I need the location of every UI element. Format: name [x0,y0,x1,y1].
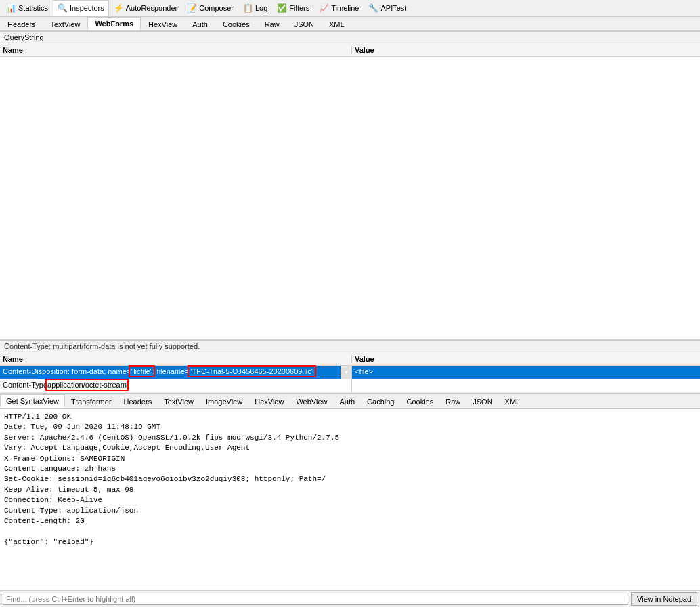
nav-inspectors-label: Inspectors [70,4,104,12]
nav-autoresponder[interactable]: ⚡ AutoResponder [109,0,182,16]
resp-tab-imageview[interactable]: ImageView [200,394,248,408]
nav-composer[interactable]: 📝 Composer [182,0,238,16]
tab-headers[interactable]: Headers [0,17,43,30]
form-row-1-name-mid: ; filename= [153,367,190,375]
tab-raw[interactable]: Raw [257,17,287,30]
form-row-1-name-highlight2: "TFC-Trial-5-OJ456465-20200609.lic" [190,367,314,375]
tab-hexview[interactable]: HexView [141,17,185,30]
resp-tab-cookies[interactable]: Cookies [400,394,439,408]
nav-statistics[interactable]: 📊 Statistics [1,0,53,16]
nav-log-label: Log [255,4,267,12]
resp-tab-hexview[interactable]: HexView [248,394,290,408]
tab-textview[interactable]: TextView [43,17,88,30]
nav-timeline-label: Timeline [331,4,359,12]
form-row-1-name-prefix: Content-Disposition: form-data; name= [3,367,131,375]
response-section: Get SyntaxView Transformer Headers TextV… [0,393,700,599]
form-row-2-value [352,379,700,392]
nav-composer-label: Composer [199,4,234,12]
response-tabs: Get SyntaxView Transformer Headers TextV… [0,394,700,409]
tab-xml[interactable]: XML [322,17,352,30]
form-row-2-name-prefix: Content-Type [3,381,47,389]
tab-webforms[interactable]: WebForms [87,17,141,30]
resp-tab-transformer[interactable]: Transformer [65,394,118,408]
autoresponder-icon: ⚡ [114,3,124,13]
fd-value-header: Value [352,355,700,363]
filters-icon: ✅ [277,3,287,13]
form-row-2-name: Content-Typeapplication/octet-stream [0,379,352,392]
fd-name-header: Name [0,355,352,363]
resp-tab-headers[interactable]: Headers [118,394,158,408]
resp-tab-xml[interactable]: XML [499,394,527,408]
resp-tab-raw[interactable]: Raw [439,394,466,408]
nav-apitest-label: APITest [380,4,406,12]
nav-log[interactable]: 📋 Log [238,0,272,16]
form-row-2-name-highlight1: application/octet-stream [47,381,127,389]
nav-apitest[interactable]: 🔧 APITest [364,0,411,16]
resp-tab-textview[interactable]: TextView [158,394,200,408]
resp-tab-auth[interactable]: Auth [333,394,361,408]
request-tabs: Headers TextView WebForms HexView Auth C… [0,17,700,32]
timeline-icon: 📈 [319,3,329,13]
resp-tab-getsyntaxview[interactable]: Get SyntaxView [0,394,65,408]
warning-bar: Content-Type: multipart/form-data is not… [0,340,700,352]
form-data-row-2[interactable]: Content-Typeapplication/octet-stream [0,379,700,393]
nav-inspectors[interactable]: 🔍 Inspectors [53,0,109,16]
resp-tab-webview[interactable]: WebView [290,394,333,408]
tab-cookies[interactable]: Cookies [215,17,257,30]
querystring-label: QueryString [0,32,700,43]
resp-tab-caching[interactable]: Caching [361,394,400,408]
nav-timeline[interactable]: 📈 Timeline [314,0,364,16]
form-row-1-name: Content-Disposition: form-data; name="li… [0,366,352,379]
nav-filters[interactable]: ✅ Filters [272,0,314,16]
statistics-icon: 📊 [6,3,16,13]
inspectors-icon: 🔍 [58,3,68,13]
find-bar: View in Notepad [0,590,700,607]
scroll-arrow[interactable]: ▼ [341,366,351,379]
apitest-icon: 🔧 [368,3,378,13]
form-data-header: Name Value [0,352,700,366]
nav-filters-label: Filters [289,4,309,12]
qs-name-header: Name [0,46,352,54]
tab-json[interactable]: JSON [287,17,322,30]
querystring-area [0,57,700,340]
find-input[interactable] [3,593,628,605]
form-row-1-value: <file> [352,366,700,379]
querystring-table-header: Name Value [0,43,700,57]
view-in-notepad-button[interactable]: View in Notepad [631,592,697,606]
top-nav: 📊 Statistics 🔍 Inspectors ⚡ AutoResponde… [0,0,700,17]
qs-value-header: Value [352,46,700,54]
response-content: HTTP/1.1 200 OK Date: Tue, 09 Jun 2020 1… [0,409,700,599]
form-data-section: Name Value Content-Disposition: form-dat… [0,352,700,393]
log-icon: 📋 [243,3,253,13]
tab-auth[interactable]: Auth [185,17,215,30]
composer-icon: 📝 [187,3,197,13]
nav-statistics-label: Statistics [18,4,48,12]
form-row-1-name-highlight1: "licfile" [131,367,152,375]
form-data-row-1[interactable]: Content-Disposition: form-data; name="li… [0,366,700,379]
resp-tab-json[interactable]: JSON [466,394,498,408]
nav-autoresponder-label: AutoResponder [126,4,177,12]
